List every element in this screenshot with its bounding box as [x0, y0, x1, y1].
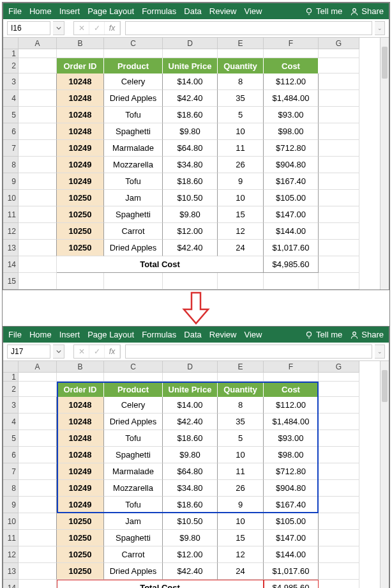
table-header-cell[interactable]: Product [104, 382, 163, 397]
cell[interactable] [319, 190, 359, 206]
cell[interactable] [319, 546, 359, 563]
data-cell[interactable]: $98.00 [264, 123, 319, 140]
row-header[interactable]: 8 [3, 157, 19, 173]
row-header[interactable]: 2 [3, 382, 19, 397]
cell[interactable] [19, 480, 57, 497]
data-cell[interactable]: 15 [218, 206, 264, 223]
data-cell[interactable]: $112.00 [264, 74, 319, 90]
order-id-cell[interactable]: 10248 [57, 397, 104, 414]
cell[interactable] [19, 530, 57, 546]
data-cell[interactable]: 24 [218, 240, 264, 256]
column-header[interactable]: D [163, 38, 218, 49]
cell[interactable] [104, 373, 163, 382]
cell[interactable] [319, 530, 359, 546]
data-cell[interactable]: $712.80 [264, 463, 319, 480]
cell[interactable] [319, 430, 359, 447]
column-header[interactable]: F [264, 38, 319, 49]
data-cell[interactable]: $12.00 [163, 223, 218, 240]
cell[interactable] [19, 373, 57, 382]
cell[interactable] [319, 397, 359, 414]
data-cell[interactable]: 35 [218, 90, 264, 107]
cell[interactable] [19, 107, 57, 123]
fx-button[interactable]: fx [105, 22, 120, 35]
data-cell[interactable]: Marmalade [104, 140, 163, 157]
data-cell[interactable]: $1,017.60 [264, 563, 319, 580]
data-cell[interactable]: Marmalade [104, 463, 163, 480]
row-header[interactable]: 7 [3, 463, 19, 480]
column-header[interactable]: D [163, 361, 218, 373]
spreadsheet-grid[interactable]: 1234567891011121314ABCDEFGOrder IDProduc… [3, 361, 389, 588]
row-header[interactable]: 12 [3, 223, 19, 240]
data-cell[interactable]: $105.00 [264, 513, 319, 530]
cell[interactable] [319, 74, 359, 90]
data-cell[interactable]: $42.40 [163, 563, 218, 580]
order-id-cell[interactable]: 10250 [57, 546, 104, 563]
cell[interactable] [19, 206, 57, 223]
row-header[interactable]: 8 [3, 480, 19, 497]
cell[interactable] [264, 49, 319, 58]
table-header-cell[interactable]: Quantity [218, 382, 264, 397]
cell[interactable] [264, 373, 319, 382]
data-cell[interactable]: 10 [218, 513, 264, 530]
cell[interactable] [19, 140, 57, 157]
data-cell[interactable]: 26 [218, 480, 264, 497]
data-cell[interactable]: $904.80 [264, 157, 319, 173]
data-cell[interactable]: $10.50 [163, 190, 218, 206]
data-cell[interactable]: Spaghetti [104, 206, 163, 223]
order-id-cell[interactable]: 10250 [57, 513, 104, 530]
row-header[interactable]: 6 [3, 447, 19, 463]
total-value-cell[interactable]: $4,985.60 [264, 580, 319, 588]
tab-insert[interactable]: Insert [59, 330, 80, 339]
table-header-cell[interactable]: Order ID [57, 382, 104, 397]
tab-home[interactable]: Home [29, 6, 52, 16]
data-cell[interactable]: $18.60 [163, 430, 218, 447]
data-cell[interactable]: Dried Apples [104, 563, 163, 580]
order-id-cell[interactable]: 10250 [57, 530, 104, 546]
name-box[interactable]: I16 [7, 21, 50, 35]
cell[interactable] [19, 273, 57, 290]
tellme-button[interactable]: Tell me [305, 330, 342, 339]
cell[interactable] [319, 497, 359, 513]
cell[interactable] [319, 140, 359, 157]
data-cell[interactable]: Mozzarella [104, 480, 163, 497]
data-cell[interactable]: $9.80 [163, 530, 218, 546]
tab-view[interactable]: View [244, 330, 262, 339]
total-label-cell[interactable]: Total Cost [57, 580, 264, 588]
cell[interactable] [19, 123, 57, 140]
data-cell[interactable]: Mozzarella [104, 157, 163, 173]
order-id-cell[interactable]: 10250 [57, 563, 104, 580]
row-header[interactable]: 5 [3, 430, 19, 447]
table-header-cell[interactable]: Order ID [57, 58, 104, 74]
tab-page-layout[interactable]: Page Layout [87, 6, 134, 16]
data-cell[interactable]: $42.40 [163, 240, 218, 256]
table-header-cell[interactable]: Unite Price [163, 58, 218, 74]
data-cell[interactable]: $712.80 [264, 140, 319, 157]
data-cell[interactable]: $1,484.00 [264, 414, 319, 430]
data-cell[interactable]: 9 [218, 497, 264, 513]
cancel-formula-button[interactable]: ✕ [74, 345, 89, 358]
data-cell[interactable]: 12 [218, 223, 264, 240]
cell[interactable] [319, 107, 359, 123]
cell[interactable] [319, 480, 359, 497]
row-header[interactable]: 11 [3, 206, 19, 223]
data-cell[interactable]: $1,017.60 [264, 240, 319, 256]
cell[interactable] [19, 580, 57, 588]
name-box[interactable]: J17 [7, 344, 50, 359]
data-cell[interactable]: $34.80 [163, 480, 218, 497]
cancel-formula-button[interactable]: ✕ [74, 22, 89, 35]
order-id-cell[interactable]: 10249 [57, 497, 104, 513]
cell[interactable] [57, 273, 104, 290]
data-cell[interactable]: $42.40 [163, 90, 218, 107]
data-cell[interactable]: $64.80 [163, 140, 218, 157]
order-id-cell[interactable]: 10249 [57, 173, 104, 190]
fx-button[interactable]: fx [105, 345, 120, 358]
cell[interactable] [19, 49, 57, 58]
name-box-dropdown[interactable] [53, 344, 64, 359]
column-header[interactable]: A [19, 361, 57, 373]
data-cell[interactable]: $9.80 [163, 123, 218, 140]
order-id-cell[interactable]: 10250 [57, 206, 104, 223]
data-cell[interactable]: Jam [104, 190, 163, 206]
row-header[interactable]: 5 [3, 107, 19, 123]
cell[interactable] [218, 373, 264, 382]
data-cell[interactable]: Celery [104, 397, 163, 414]
